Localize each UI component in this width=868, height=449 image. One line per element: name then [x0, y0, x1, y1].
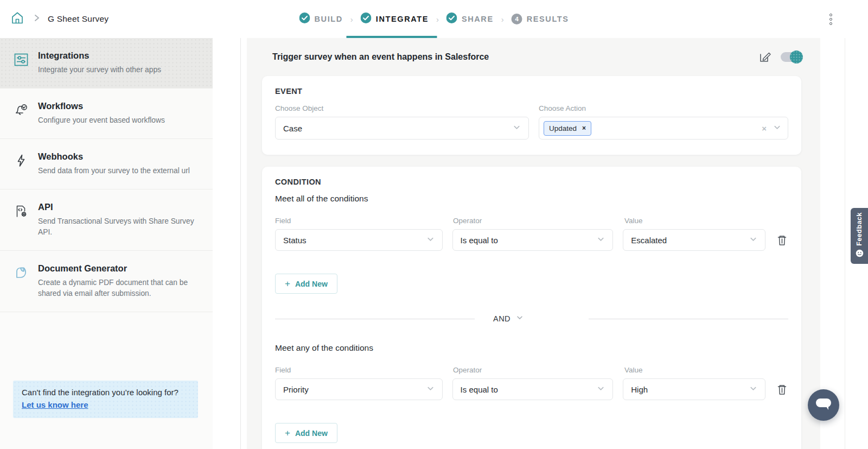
- sidebar-item-document-generator[interactable]: Document Generator Create a dynamic PDF …: [0, 251, 213, 312]
- event-heading: EVENT: [275, 87, 788, 96]
- lightning-icon: [13, 151, 29, 176]
- add-new-label: Add New: [295, 280, 328, 288]
- tab-integrate[interactable]: INTEGRATE: [361, 0, 429, 38]
- chat-bubble-icon: [815, 397, 832, 413]
- choose-action-label: Choose Action: [539, 104, 788, 112]
- home-icon: [10, 10, 25, 28]
- field-select[interactable]: Priority: [275, 378, 443, 400]
- operator-value: Is equal to: [461, 385, 597, 394]
- add-new-button[interactable]: + Add New: [275, 274, 337, 294]
- let-us-know-link[interactable]: Let us know here: [22, 400, 88, 409]
- join-operator-select[interactable]: AND: [493, 314, 524, 324]
- condition-labels-row: Field Operator Value: [275, 217, 788, 225]
- sidebar-item-title: API: [38, 202, 201, 212]
- smiley-icon: [856, 249, 864, 260]
- integration-panel: Trigger survey when an event happens in …: [247, 38, 820, 449]
- field-label: Field: [275, 366, 453, 374]
- trigger-toggle[interactable]: [781, 52, 801, 62]
- choose-object-select[interactable]: Case: [275, 117, 529, 140]
- trigger-title: Trigger survey when an event happens in …: [272, 52, 489, 62]
- sidebar-item-api[interactable]: API Send Transactional Surveys with Shar…: [0, 189, 213, 251]
- chevron-down-icon: [513, 123, 521, 134]
- divider: [589, 319, 788, 319]
- home-button[interactable]: [9, 10, 26, 28]
- field-value: Status: [283, 236, 426, 245]
- sliders-icon: [13, 50, 29, 75]
- tab-share[interactable]: SHARE: [446, 0, 494, 38]
- toggle-knob: [790, 50, 803, 64]
- value-select[interactable]: Escalated: [623, 229, 765, 251]
- notice-text: Can't find the integration you’re lookin…: [22, 388, 189, 397]
- sidebar-item-title: Integrations: [38, 50, 161, 61]
- field-label: Field: [275, 217, 453, 225]
- sidebar-item-desc: Create a dynamic PDF document that can b…: [38, 277, 201, 299]
- operator-value: Is equal to: [461, 236, 597, 245]
- tab-build[interactable]: BUILD: [299, 0, 343, 38]
- kebab-menu-icon[interactable]: [827, 11, 834, 27]
- condition-row: Status Is equal to Escalated: [275, 229, 788, 251]
- sidebar-item-desc: Send Transactional Surveys with Share Su…: [38, 216, 201, 238]
- bell-check-icon: [13, 101, 29, 126]
- chevron-down-icon: [516, 314, 524, 324]
- chevron-down-icon: [597, 384, 605, 395]
- chevron-down-icon: [749, 235, 757, 245]
- join-operator-value: AND: [493, 314, 510, 323]
- tab-results[interactable]: 4 RESULTS: [512, 0, 569, 38]
- value-value: High: [631, 385, 749, 394]
- sidebar-item-desc: Configure your event based workflows: [38, 115, 165, 126]
- sidebar-item-body: API Send Transactional Surveys with Shar…: [38, 202, 201, 238]
- condition-join-row: AND: [275, 314, 788, 324]
- sidebar-item-title: Document Generator: [38, 263, 201, 274]
- tab-build-label: BUILD: [315, 15, 343, 23]
- chat-launcher-button[interactable]: [808, 389, 839, 421]
- choose-object-group: Choose Object Case: [275, 104, 529, 140]
- main-area: Trigger survey when an event happens in …: [213, 38, 868, 449]
- feedback-tab[interactable]: Feedback: [851, 208, 868, 264]
- plus-icon: +: [285, 279, 290, 288]
- feedback-tab-label: Feedback: [856, 212, 863, 246]
- tab-integrate-label: INTEGRATE: [376, 15, 429, 23]
- chevron-down-icon: [426, 235, 435, 245]
- operator-select[interactable]: Is equal to: [452, 378, 614, 400]
- value-label: Value: [624, 366, 643, 374]
- add-new-button[interactable]: + Add New: [275, 423, 337, 443]
- step-separator-icon: ›: [501, 15, 504, 24]
- clear-icon[interactable]: ×: [762, 124, 767, 133]
- condition-labels-row: Field Operator Value: [275, 366, 788, 374]
- trash-icon[interactable]: [775, 383, 788, 396]
- operator-select[interactable]: Is equal to: [452, 229, 614, 251]
- value-select[interactable]: High: [623, 378, 765, 400]
- sidebar-item-body: Integrations Integrate your survey with …: [38, 50, 161, 75]
- sidebar-item-body: Webhooks Send data from your survey to t…: [38, 151, 190, 176]
- sidebar-item-desc: Send data from your survey to the extern…: [38, 166, 190, 176]
- survey-title: G Sheet Survey: [48, 14, 108, 24]
- tab-results-label: RESULTS: [527, 15, 569, 23]
- field-select[interactable]: Status: [275, 229, 443, 251]
- check-circle-icon: [446, 12, 457, 26]
- sidebar-item-body: Document Generator Create a dynamic PDF …: [38, 263, 201, 299]
- chip-remove-icon[interactable]: ×: [582, 124, 586, 132]
- chevron-down-icon: [749, 384, 757, 395]
- operator-label: Operator: [453, 366, 624, 374]
- chip-label: Updated: [549, 124, 577, 132]
- step-separator-icon: ›: [350, 15, 353, 24]
- sidebar: Integrations Integrate your survey with …: [0, 38, 213, 449]
- sidebar-item-webhooks[interactable]: Webhooks Send data from your survey to t…: [0, 139, 213, 189]
- action-chip-updated[interactable]: Updated ×: [544, 121, 591, 136]
- trigger-header-row: Trigger survey when an event happens in …: [262, 38, 801, 76]
- sidebar-item-desc: Integrate your survey with other apps: [38, 65, 161, 75]
- choose-object-value: Case: [283, 124, 513, 133]
- trash-icon[interactable]: [775, 233, 788, 246]
- sidebar-item-integrations[interactable]: Integrations Integrate your survey with …: [0, 38, 213, 88]
- edit-icon[interactable]: [758, 50, 772, 64]
- divider: [240, 38, 241, 449]
- meet-all-label: Meet all of the conditions: [275, 194, 788, 204]
- choose-action-select[interactable]: Updated × ×: [539, 117, 788, 140]
- sidebar-item-workflows[interactable]: Workflows Configure your event based wor…: [0, 88, 213, 139]
- check-circle-icon: [361, 12, 372, 26]
- plus-icon: +: [285, 428, 290, 438]
- wizard-steps: BUILD › INTEGRATE › SHARE › 4 RESULTS: [299, 0, 569, 38]
- chevron-down-icon: [773, 123, 781, 134]
- integration-request-notice: Can't find the integration you’re lookin…: [13, 381, 198, 418]
- trigger-actions: [758, 50, 801, 64]
